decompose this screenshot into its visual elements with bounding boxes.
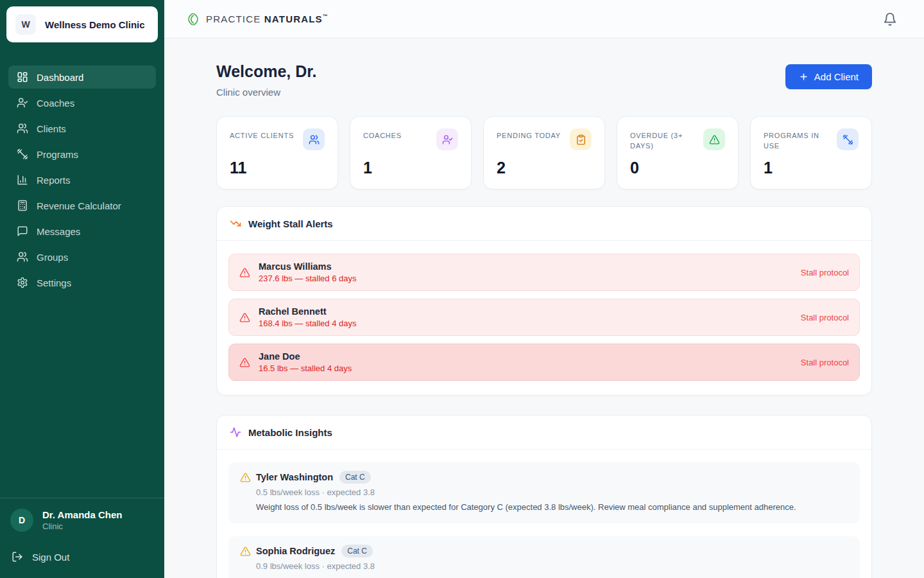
client-name: Sophia Rodriguez — [256, 546, 335, 556]
sidebar-item-groups[interactable]: Groups — [8, 245, 156, 268]
plus-icon — [799, 72, 809, 82]
stall-protocol-link[interactable]: Stall protocol — [801, 358, 849, 367]
sidebar-item-label: Revenue Calculator — [37, 200, 121, 211]
page-title: Welcome, Dr. — [216, 62, 317, 81]
client-name: Jane Doe — [259, 351, 352, 362]
users-icon — [17, 251, 28, 263]
stat-label: COACHES — [363, 128, 402, 141]
stat-card-programs-in-use: PROGRAMS IN USE 1 — [750, 116, 872, 189]
stall-alert-row[interactable]: Jane Doe 16.5 lbs — stalled 4 days Stall… — [228, 344, 860, 381]
warning-triangle-icon — [240, 546, 251, 557]
users-icon — [17, 123, 28, 134]
avatar: D — [10, 509, 33, 532]
bell-icon[interactable] — [883, 12, 897, 26]
stall-detail: 237.6 lbs — stalled 6 days — [259, 274, 356, 283]
user-check-icon — [436, 128, 458, 150]
sidebar-item-label: Programs — [37, 149, 78, 160]
sign-out-label: Sign Out — [32, 552, 69, 563]
sidebar-item-label: Settings — [37, 277, 71, 288]
section-title: Weight Stall Alerts — [248, 218, 333, 229]
sidebar-item-programs[interactable]: Programs — [8, 143, 156, 166]
sidebar-footer: D Dr. Amanda Chen Clinic Sign Out — [0, 498, 164, 578]
insight-stats: 0.9 lbs/week loss · expected 3.8 — [256, 561, 796, 571]
client-name: Marcus Williams — [259, 261, 356, 272]
insight-description: Weight loss of 0.9 lbs/week is slower th… — [256, 575, 796, 578]
sidebar-item-dashboard[interactable]: Dashboard — [8, 66, 156, 89]
page-subtitle: Clinic overview — [216, 87, 317, 98]
sidebar-item-label: Messages — [37, 226, 80, 237]
sidebar-item-coaches[interactable]: Coaches — [8, 91, 156, 114]
message-icon — [17, 225, 28, 237]
client-name: Tyler Washington — [256, 472, 333, 482]
clinic-avatar: W — [15, 14, 36, 35]
brand-name: PRACTICE NATURALS™ — [206, 13, 329, 24]
stat-label: ACTIVE CLIENTS — [230, 128, 294, 141]
sidebar-item-revenue-calculator[interactable]: Revenue Calculator — [8, 194, 156, 217]
sidebar-item-messages[interactable]: Messages — [8, 220, 156, 243]
sidebar-item-label: Groups — [37, 252, 68, 263]
stat-value: 1 — [363, 159, 458, 177]
dumbbell-icon — [837, 128, 859, 150]
stat-card-pending-today: PENDING TODAY 2 — [483, 116, 605, 189]
sidebar-item-clients[interactable]: Clients — [8, 117, 156, 140]
warning-triangle-icon — [240, 472, 251, 483]
dumbbell-icon — [17, 148, 28, 160]
category-badge: Cat C — [339, 471, 371, 484]
main-content: Welcome, Dr. Clinic overview Add Client … — [164, 39, 924, 578]
insight-row[interactable]: Sophia Rodriguez Cat C 0.9 lbs/week loss… — [228, 536, 860, 578]
top-bar: PRACTICE NATURALS™ — [164, 0, 924, 39]
log-out-icon — [12, 551, 23, 563]
stall-protocol-link[interactable]: Stall protocol — [801, 313, 849, 322]
stall-alert-row[interactable]: Marcus Williams 237.6 lbs — stalled 6 da… — [228, 254, 860, 291]
section-title: Metabolic Insights — [248, 427, 332, 438]
stall-detail: 16.5 lbs — stalled 4 days — [259, 363, 352, 373]
stat-card-overdue: OVERDUE (3+ DAYS) 0 — [617, 116, 739, 189]
alert-triangle-icon — [239, 357, 250, 368]
stat-value: 0 — [630, 159, 725, 177]
stat-label: OVERDUE (3+ DAYS) — [630, 128, 698, 152]
calculator-icon — [17, 200, 28, 211]
stat-value: 1 — [764, 159, 859, 177]
client-name: Rachel Bennett — [259, 306, 356, 317]
stall-protocol-link[interactable]: Stall protocol — [801, 268, 849, 277]
stall-alert-row[interactable]: Rachel Bennett 168.4 lbs — stalled 4 day… — [228, 299, 860, 336]
user-profile: D Dr. Amanda Chen Clinic — [10, 509, 154, 532]
clinic-card[interactable]: W Wellness Demo Clinic — [6, 6, 158, 42]
sidebar-item-label: Dashboard — [37, 72, 83, 83]
weight-stall-alerts-card: Weight Stall Alerts Marcus Williams 237.… — [216, 206, 872, 396]
stats-row: ACTIVE CLIENTS 11 COACHES 1 — [216, 116, 872, 189]
trending-down-icon — [230, 218, 241, 229]
stall-detail: 168.4 lbs — stalled 4 days — [259, 319, 356, 328]
insight-description: Weight loss of 0.5 lbs/week is slower th… — [256, 502, 796, 514]
add-client-button[interactable]: Add Client — [785, 64, 872, 89]
metabolic-insights-card: Metabolic Insights Tyler Washington Cat … — [216, 415, 872, 578]
sidebar-item-settings[interactable]: Settings — [8, 271, 156, 294]
stat-label: PENDING TODAY — [497, 128, 561, 141]
user-role: Clinic — [42, 521, 122, 531]
clinic-name: Wellness Demo Clinic — [45, 19, 145, 30]
alert-triangle-icon — [703, 128, 725, 150]
sidebar: W Wellness Demo Clinic Dashboard Coaches… — [0, 0, 164, 578]
category-badge: Cat C — [341, 545, 373, 557]
user-check-icon — [17, 97, 28, 109]
brand-logo: PRACTICE NATURALS™ — [186, 12, 329, 26]
user-name: Dr. Amanda Chen — [42, 509, 122, 520]
activity-pulse-icon — [230, 426, 241, 438]
sidebar-item-label: Clients — [37, 123, 66, 134]
users-icon — [303, 128, 325, 150]
add-client-label: Add Client — [814, 71, 859, 82]
alert-triangle-icon — [239, 312, 250, 323]
dashboard-icon — [17, 71, 28, 83]
bar-chart-icon — [17, 174, 28, 186]
gear-icon — [17, 277, 28, 288]
sidebar-item-label: Reports — [37, 175, 71, 186]
clipboard-check-icon — [570, 128, 592, 150]
stat-card-active-clients: ACTIVE CLIENTS 11 — [216, 116, 338, 189]
stat-card-coaches: COACHES 1 — [350, 116, 472, 189]
sign-out-button[interactable]: Sign Out — [10, 548, 154, 568]
sidebar-item-reports[interactable]: Reports — [8, 168, 156, 191]
sidebar-item-label: Coaches — [37, 98, 74, 109]
leaf-icon — [186, 12, 200, 26]
stat-value: 11 — [230, 159, 325, 177]
insight-row[interactable]: Tyler Washington Cat C 0.5 lbs/week loss… — [228, 462, 860, 523]
